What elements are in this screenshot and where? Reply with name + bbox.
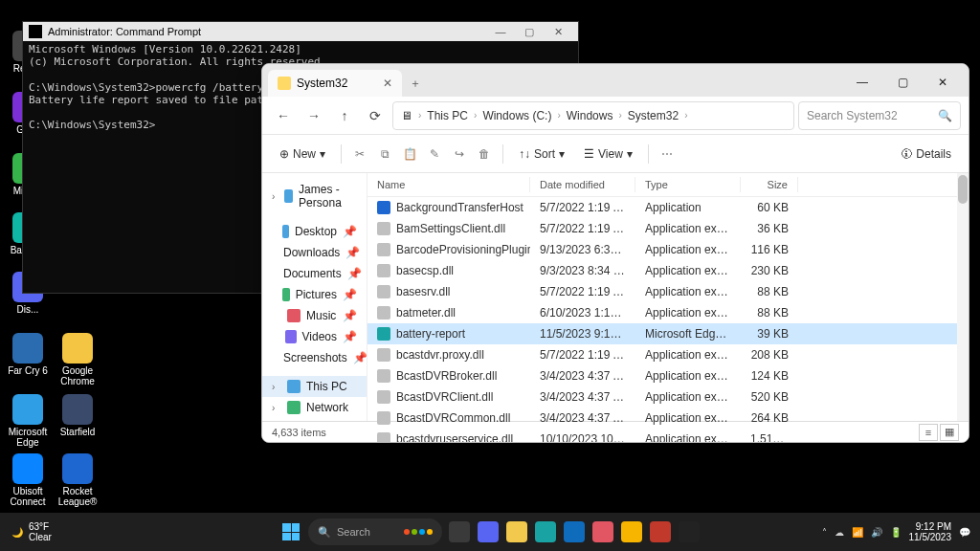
refresh-button[interactable]: ⟳	[362, 102, 389, 129]
file-row[interactable]: basesrv.dll5/7/2022 1:19 AMApplication e…	[368, 281, 969, 302]
more-icon[interactable]: ⋯	[657, 141, 678, 167]
column-headers[interactable]: Name Date modified Type Size	[368, 173, 969, 197]
close-button[interactable]: ✕	[923, 68, 963, 97]
pin-icon[interactable]: 📌	[343, 330, 357, 343]
explorer-tab[interactable]: System32 ✕	[268, 70, 402, 97]
wifi-icon[interactable]: 📶	[852, 527, 863, 538]
pin-icon[interactable]: 📌	[343, 309, 357, 322]
desktop-icon[interactable]: Ubisoft Connect	[8, 453, 48, 507]
sidebar-item[interactable]: Pictures📌	[262, 284, 367, 305]
sidebar-item[interactable]: ›Network	[262, 397, 367, 418]
sidebar-item[interactable]: Downloads📌	[262, 242, 367, 263]
file-row[interactable]: bcastdvr.proxy.dll5/7/2022 1:19 AMApplic…	[368, 344, 969, 365]
taskbar-app[interactable]	[503, 518, 530, 545]
breadcrumb[interactable]: This PC	[427, 109, 468, 122]
start-button[interactable]	[278, 518, 304, 545]
file-row[interactable]: battery-report11/5/2023 9:11 PMMicrosoft…	[368, 323, 969, 344]
file-type: Application extens...	[635, 305, 741, 320]
notifications-icon[interactable]: 💬	[959, 527, 970, 538]
taskbar-app[interactable]	[532, 518, 559, 545]
maximize-button[interactable]: ▢	[515, 23, 544, 40]
desktop-icon[interactable]: Far Cry 6	[8, 333, 48, 376]
pin-icon[interactable]: 📌	[353, 351, 368, 364]
minimize-button[interactable]: —	[486, 23, 515, 40]
up-button[interactable]: ↑	[331, 102, 358, 129]
sidebar-item[interactable]: Documents📌	[262, 263, 367, 284]
scrollbar[interactable]	[957, 173, 969, 421]
view-button[interactable]: ☰ View ▾	[576, 143, 640, 165]
sidebar-item[interactable]: ›This PC	[262, 376, 367, 397]
file-name: BcastDVRBroker.dll	[396, 369, 497, 383]
sidebar-item-personal[interactable]: › James - Persona	[262, 179, 367, 213]
taskbar-app[interactable]	[561, 518, 588, 545]
file-row[interactable]: batmeter.dll6/10/2023 1:18 AMApplication…	[368, 302, 969, 323]
file-row[interactable]: basecsp.dll9/3/2023 8:34 PMApplication e…	[368, 260, 969, 281]
back-button[interactable]: ←	[270, 102, 297, 129]
col-date[interactable]: Date modified	[530, 177, 635, 192]
desktop-icon[interactable]: Rocket League®	[57, 453, 98, 507]
search-input[interactable]: Search System32 🔍	[798, 101, 961, 130]
file-row[interactable]: BackgroundTransferHost5/7/2022 1:19 AMAp…	[368, 197, 969, 218]
breadcrumb[interactable]: Windows	[567, 109, 613, 122]
file-row[interactable]: BcastDVRClient.dll3/4/2023 4:37 AMApplic…	[368, 386, 969, 408]
sidebar-item[interactable]: Music📌	[262, 305, 367, 326]
file-row[interactable]: BcastDVRCommon.dll3/4/2023 4:37 AMApplic…	[368, 408, 969, 429]
file-date: 3/4/2023 4:37 AM	[530, 389, 635, 405]
file-row[interactable]: BcastDVRBroker.dll3/4/2023 4:37 AMApplic…	[368, 365, 969, 386]
new-button[interactable]: ⊕ New ▾	[272, 143, 333, 165]
file-row[interactable]: BamSettingsClient.dll5/7/2022 1:19 AMApp…	[368, 218, 969, 239]
sidebar-item[interactable]: Screenshots📌	[262, 347, 367, 368]
file-date: 9/3/2023 8:34 PM	[530, 263, 635, 278]
taskbar-app[interactable]	[647, 518, 674, 545]
details-button[interactable]: 🛈 Details	[893, 143, 959, 165]
share-icon[interactable]: ↪	[449, 141, 470, 167]
file-row[interactable]: BarcodeProvisioningPlugin.dll9/13/2023 6…	[368, 239, 969, 260]
tray-chevron-icon[interactable]: ˄	[822, 527, 827, 538]
desktop-icon[interactable]: Starfield	[57, 394, 98, 437]
taskbar-app[interactable]	[475, 518, 501, 545]
rename-icon[interactable]: ✎	[424, 141, 445, 167]
file-date: 10/10/2023 10:43 PM	[530, 431, 635, 443]
col-name[interactable]: Name	[368, 177, 530, 192]
breadcrumb[interactable]: Windows (C:)	[482, 109, 551, 122]
file-name: BackgroundTransferHost	[396, 201, 523, 214]
pin-icon[interactable]: 📌	[347, 267, 362, 280]
pin-icon[interactable]: 📌	[343, 225, 357, 238]
taskbar-search[interactable]: 🔍 Search	[308, 518, 442, 545]
taskbar-app[interactable]	[590, 518, 616, 545]
search-icon: 🔍	[318, 526, 331, 539]
taskbar-app[interactable]	[618, 518, 645, 545]
breadcrumb[interactable]: System32	[628, 109, 679, 122]
clock[interactable]: 9:12 PM 11/5/2023	[909, 521, 952, 542]
cut-icon[interactable]: ✂	[349, 141, 370, 167]
minimize-button[interactable]: —	[842, 68, 882, 97]
address-bar[interactable]: 🖥 › This PC› Windows (C:)› Windows› Syst…	[392, 101, 794, 130]
col-size[interactable]: Size	[741, 177, 798, 192]
sort-button[interactable]: ↑↓ Sort ▾	[511, 143, 572, 165]
file-row[interactable]: bcastdvruserservice.dll10/10/2023 10:43 …	[368, 429, 969, 443]
battery-icon[interactable]: 🔋	[890, 527, 902, 538]
sidebar-item[interactable]: Videos📌	[262, 326, 367, 347]
taskbar-app[interactable]	[446, 518, 473, 545]
close-button[interactable]: ✕	[544, 23, 572, 40]
scrollbar-thumb[interactable]	[958, 175, 968, 204]
delete-icon[interactable]: 🗑	[474, 141, 495, 167]
file-explorer-window[interactable]: System32 ✕ ＋ — ▢ ✕ ← → ↑ ⟳ 🖥 › This PC› …	[261, 63, 969, 443]
paste-icon[interactable]: 📋	[399, 141, 420, 167]
pin-icon[interactable]: 📌	[345, 246, 360, 259]
volume-icon[interactable]: 🔊	[871, 527, 882, 538]
maximize-button[interactable]: ▢	[882, 68, 923, 97]
copy-icon[interactable]: ⧉	[374, 141, 395, 167]
new-tab-button[interactable]: ＋	[402, 70, 429, 97]
forward-button[interactable]: →	[301, 102, 327, 129]
tab-close-icon[interactable]: ✕	[383, 77, 392, 90]
onedrive-icon[interactable]: ☁	[835, 527, 844, 538]
sidebar-item[interactable]: Desktop📌	[262, 221, 367, 242]
taskbar-app[interactable]	[676, 518, 702, 545]
desktop-icon[interactable]: Microsoft Edge	[8, 394, 48, 448]
cmd-titlebar[interactable]: Administrator: Command Prompt — ▢ ✕	[23, 22, 578, 41]
pin-icon[interactable]: 📌	[343, 288, 357, 301]
col-type[interactable]: Type	[635, 177, 741, 192]
desktop-icon[interactable]: Google Chrome	[57, 333, 98, 386]
weather-widget[interactable]: 🌙 63°F Clear	[0, 521, 63, 542]
